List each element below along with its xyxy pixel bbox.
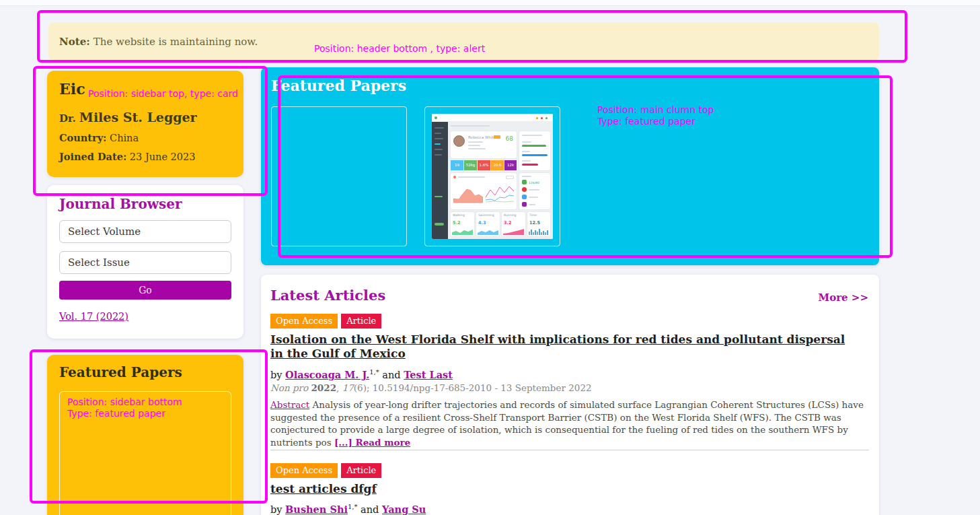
decor-bar bbox=[522, 160, 531, 162]
article-2-title[interactable]: test articles dfgf bbox=[270, 482, 377, 496]
latest-articles-section: Latest Articles More >> Open Access Arti… bbox=[261, 275, 879, 515]
thumb-tile: 1.6% bbox=[478, 160, 490, 170]
thumb-sidebar bbox=[432, 122, 448, 239]
author-link[interactable]: Olascoaga M. J. bbox=[285, 369, 369, 380]
eic-joined-label: Joined Date: bbox=[59, 151, 126, 162]
article-2-byline: by Bushen Shi1,* and Yang Su bbox=[270, 503, 426, 515]
volume-number: 17 bbox=[342, 382, 354, 393]
thumb-card-value: 3.2 bbox=[504, 220, 512, 226]
and-label: and bbox=[382, 370, 400, 380]
thumb-running-card: Running 3.2 bbox=[502, 212, 525, 236]
thumb-breadcrumb bbox=[451, 125, 490, 127]
annotation-label-sidebar-bottom: Position: sidebar bottom Type: featured … bbox=[67, 397, 182, 419]
article-badge: Article bbox=[341, 463, 381, 478]
decor-bar bbox=[435, 138, 443, 139]
decor-bar bbox=[468, 145, 480, 146]
thumb-line-chart bbox=[486, 184, 515, 204]
read-more-link[interactable]: [...] Read more bbox=[334, 437, 410, 448]
thumb-content: Rebecca White 68 19 52kg 1.6% 20.6 12k bbox=[448, 122, 553, 239]
thumb-mini-bars bbox=[529, 228, 549, 235]
thumb-progress-green bbox=[522, 145, 546, 147]
thumb-card-label: Walking bbox=[453, 213, 465, 217]
decor-bar bbox=[458, 176, 485, 178]
pub-year: 2022 bbox=[311, 382, 336, 393]
thumb-mini-area-green bbox=[452, 228, 473, 235]
article-1-meta: Non pro 2022, 17(6); 10.5194/npg-17-685-… bbox=[270, 382, 592, 393]
featured-papers-title: Featured Papers bbox=[271, 77, 406, 94]
page: Note: The website is maintaining now. Po… bbox=[0, 0, 980, 515]
featured-paper-slot[interactable]: Rebecca White 68 19 52kg 1.6% 20.6 12k bbox=[424, 106, 560, 246]
header-bottom-strip bbox=[0, 0, 980, 6]
thumb-card-value: 4.3 bbox=[478, 220, 486, 226]
abstract-link[interactable]: Abstract bbox=[270, 399, 309, 410]
decor-bar bbox=[435, 149, 443, 150]
thumb-profile-badge bbox=[494, 135, 500, 139]
thumb-mini-area-pink bbox=[503, 228, 524, 235]
decor-bar bbox=[522, 176, 531, 177]
author-link[interactable]: Bushen Shi bbox=[285, 504, 348, 515]
article-1-title[interactable]: Isolation on the West Florida Shelf with… bbox=[270, 333, 849, 361]
decor-bar bbox=[529, 189, 539, 191]
article-1-byline: by Olascoaga M. J.1,* and Test Last bbox=[270, 368, 453, 380]
decor-bar bbox=[529, 204, 535, 205]
thumb-card-value: 5.2 bbox=[453, 220, 461, 226]
go-button[interactable]: Go bbox=[59, 281, 231, 300]
alert-message: The website is maintaining now. bbox=[93, 36, 258, 48]
volume-select[interactable]: Select Volume bbox=[59, 220, 231, 243]
sidebar-featured-title: Featured Papers bbox=[59, 364, 231, 380]
thumb-profile-name: Rebecca White bbox=[468, 135, 496, 139]
article-1-abstract: Abstract Analysis of year-long drifter t… bbox=[270, 399, 869, 448]
annotation-sidebar-bottom-line1: Position: sidebar bottom bbox=[67, 397, 182, 408]
decor-bar bbox=[522, 151, 530, 152]
author-link[interactable]: Test Last bbox=[404, 369, 453, 380]
annotation-main-top-line1: Position: main clumn top bbox=[597, 104, 714, 116]
doi-date: (6); 10.5194/npg-17-685-2010 - 13 Septem… bbox=[354, 382, 592, 393]
thumb-tile: 19 bbox=[451, 160, 463, 170]
thumb-flame-icon bbox=[453, 176, 456, 178]
more-link[interactable]: More >> bbox=[819, 291, 868, 304]
author-affiliation: 1,* bbox=[369, 368, 379, 376]
thumb-temperature-icon bbox=[522, 195, 527, 199]
maintenance-alert: Note: The website is maintaining now. bbox=[48, 22, 879, 61]
eic-honorific: Dr. bbox=[59, 112, 76, 125]
thumb-mini-area-blue bbox=[478, 228, 498, 235]
thumb-area-chart bbox=[453, 184, 483, 204]
thumb-avatar bbox=[453, 135, 465, 147]
decor-bar bbox=[522, 135, 542, 136]
thumb-swimming-card: Swimming 4.3 bbox=[476, 212, 500, 236]
eic-name: Miles St. Legger bbox=[79, 110, 197, 125]
thumb-bp-value: 126/80 bbox=[529, 181, 539, 184]
thumb-score: 68 bbox=[506, 135, 513, 142]
thumb-topbar bbox=[432, 114, 553, 122]
thumb-stat-tiles: 19 52kg 1.6% 20.6 12k bbox=[451, 160, 517, 170]
decor-bar bbox=[435, 154, 442, 156]
alert-label: Note: bbox=[59, 36, 90, 48]
featured-papers-panel: Featured Papers bbox=[261, 67, 879, 265]
decor-bar bbox=[435, 143, 441, 145]
thumb-card-label: Swimming bbox=[478, 213, 494, 217]
journal-browser-card: Journal Browser Select Volume Select Iss… bbox=[47, 185, 243, 339]
thumb-status-card: 126/80 bbox=[519, 173, 550, 209]
thumb-tile: 20.6 bbox=[491, 160, 504, 170]
thumb-card-label: Running bbox=[504, 213, 516, 217]
decor-bar bbox=[435, 196, 443, 197]
volume-link[interactable]: Vol. 17 (2022) bbox=[59, 311, 128, 322]
decor-bar bbox=[468, 148, 486, 149]
issue-select[interactable]: Select Issue bbox=[59, 251, 231, 274]
decor-bar bbox=[522, 141, 531, 143]
eic-country-value: China bbox=[110, 133, 139, 143]
eic-country-label: Country: bbox=[59, 132, 106, 143]
thumb-card-label: Time bbox=[529, 213, 537, 217]
volume-select-value: Select Volume bbox=[68, 226, 141, 238]
thumb-tile: 52kg bbox=[464, 160, 477, 170]
by-label: by bbox=[270, 504, 282, 515]
thumb-progress-blue bbox=[522, 154, 548, 156]
author-link[interactable]: Yang Su bbox=[382, 504, 426, 515]
thumb-notify-icon bbox=[536, 117, 538, 119]
eic-card: Eic Dr. Miles St. Legger Country: China … bbox=[47, 71, 243, 177]
by-label: by bbox=[270, 370, 282, 380]
annotation-label-main-top: Position: main clumn top Type: featured … bbox=[597, 104, 714, 127]
eic-name-row: Dr. Miles St. Legger bbox=[59, 110, 231, 125]
issue-select-value: Select Issue bbox=[68, 256, 130, 269]
thumb-bp-icon bbox=[522, 180, 527, 184]
